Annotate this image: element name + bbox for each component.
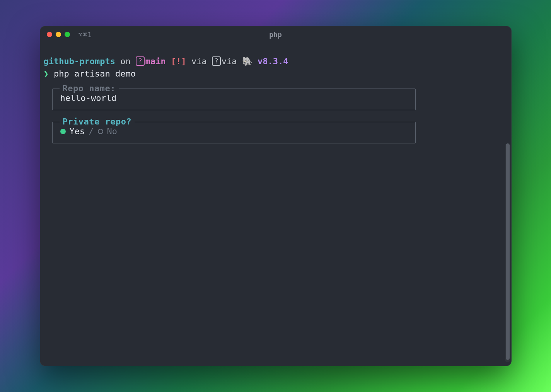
tab-label[interactable]: ⌥⌘1 [78, 31, 92, 39]
traffic-lights [47, 32, 70, 37]
prompt-on: on [115, 56, 136, 66]
prompt-command: php artisan demo [49, 69, 136, 78]
repo-name-field[interactable]: Repo name: hello-world [52, 89, 416, 110]
minimize-icon[interactable] [56, 32, 61, 37]
prompt-via2: via [222, 56, 242, 66]
maximize-icon[interactable] [65, 32, 70, 37]
radio-selected-icon[interactable] [60, 129, 66, 134]
prompt-branch: main [145, 56, 166, 66]
elephant-icon: 🐘 [242, 56, 252, 66]
prompt-dir: github-prompts [44, 56, 115, 66]
terminal-window: ⌥⌘1 php github-prompts on ?main [!] via … [40, 26, 512, 366]
prompt-via1: via [186, 56, 212, 66]
scrollbar-thumb[interactable] [506, 143, 510, 360]
radio-unselected-icon[interactable] [98, 129, 103, 134]
private-repo-field[interactable]: Private repo? Yes / No [52, 122, 416, 143]
prompt-version: v8.3.4 [252, 56, 288, 66]
private-repo-label: Private repo? [60, 116, 135, 128]
branch-status-icon: ? [136, 56, 145, 66]
prompt-arrow-icon: ❯ [44, 69, 49, 78]
scrollbar-track[interactable] [505, 143, 510, 362]
window-title: php [40, 31, 512, 39]
prompt-dirty: [!] [166, 56, 186, 66]
titlebar: ⌥⌘1 php [40, 26, 512, 43]
close-icon[interactable] [47, 32, 52, 37]
repo-name-label: Repo name: [60, 82, 119, 95]
terminal-body[interactable]: github-prompts on ?main [!] via ?via 🐘 v… [40, 43, 512, 366]
runtime-icon: ? [212, 56, 221, 66]
prompt-command-line: ❯ php artisan demo [44, 68, 508, 80]
prompt-context-line: github-prompts on ?main [!] via ?via 🐘 v… [44, 55, 508, 68]
